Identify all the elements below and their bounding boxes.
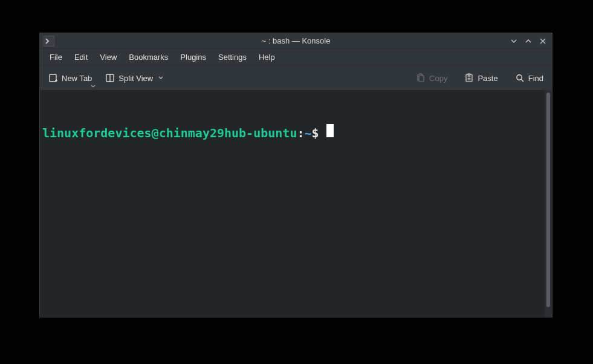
menu-edit[interactable]: Edit [68, 50, 94, 64]
scrollbar-thumb[interactable] [546, 93, 550, 307]
new-tab-icon [48, 73, 58, 83]
chevron-up-icon [525, 37, 532, 45]
split-view-button[interactable]: Split View [102, 71, 167, 85]
app-icon [44, 36, 54, 47]
menubar: File Edit View Bookmarks Plugins Setting… [40, 49, 552, 66]
chevron-down-icon [510, 37, 517, 45]
menu-view[interactable]: View [94, 50, 123, 64]
find-label: Find [528, 74, 543, 83]
close-button[interactable] [537, 36, 548, 47]
prompt-symbol: $ [312, 126, 319, 141]
prompt-colon: : [297, 126, 304, 141]
copy-label: Copy [429, 74, 447, 83]
window-controls [508, 36, 548, 47]
menu-help[interactable]: Help [253, 50, 281, 64]
toolbar-right: Copy Paste Find [412, 71, 547, 85]
konsole-window: ~ : bash — Konsole File Edit View Book [39, 33, 552, 317]
svg-point-10 [517, 75, 522, 80]
terminal-area: linuxfordevices@chinmay29hub-ubuntu:~$ [40, 90, 552, 317]
scrollbar[interactable] [545, 90, 552, 317]
window-title: ~ : bash — Konsole [40, 36, 552, 45]
paste-button[interactable]: Paste [461, 71, 501, 85]
close-icon [539, 37, 546, 45]
prompt-user-host: linuxfordevices@chinmay29hub-ubuntu [42, 126, 297, 141]
titlebar: ~ : bash — Konsole [40, 33, 552, 49]
terminal-icon [45, 38, 53, 44]
copy-button[interactable]: Copy [412, 71, 451, 85]
split-view-label: Split View [118, 74, 153, 83]
chevron-down-icon [91, 84, 96, 89]
paste-label: Paste [478, 74, 497, 83]
menu-settings[interactable]: Settings [212, 50, 253, 64]
svg-rect-4 [419, 76, 424, 82]
new-tab-button[interactable]: New Tab [45, 71, 96, 85]
terminal-cursor [326, 124, 334, 137]
menu-bookmarks[interactable]: Bookmarks [123, 50, 174, 64]
svg-line-11 [521, 79, 523, 82]
find-button[interactable]: Find [511, 71, 547, 85]
menu-plugins[interactable]: Plugins [174, 50, 212, 64]
menu-file[interactable]: File [44, 50, 68, 64]
new-tab-label: New Tab [62, 74, 92, 83]
maximize-button[interactable] [523, 36, 534, 47]
split-view-icon [105, 73, 115, 83]
search-icon [515, 73, 525, 83]
chevron-down-icon [158, 75, 164, 81]
toolbar-left: New Tab Split View [45, 71, 167, 85]
paste-icon [464, 73, 474, 83]
minimize-button[interactable] [508, 36, 519, 47]
copy-icon [416, 73, 426, 83]
prompt-cwd: ~ [304, 126, 311, 141]
toolbar: New Tab Split View [40, 66, 552, 90]
prompt-line: linuxfordevices@chinmay29hub-ubuntu:~$ [42, 124, 542, 141]
terminal-content[interactable]: linuxfordevices@chinmay29hub-ubuntu:~$ [40, 90, 545, 317]
